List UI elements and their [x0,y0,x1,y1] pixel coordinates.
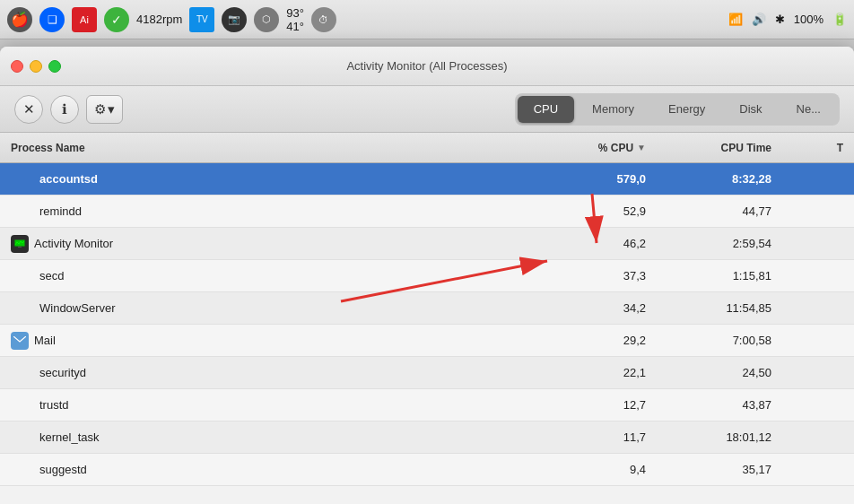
cpu-percent-cell: 37,3 [531,269,657,282]
teamviewer-icon[interactable]: TV [189,7,214,32]
inspect-process-button[interactable]: ℹ [50,95,79,124]
cpu-time-cell: 18:01,12 [657,430,782,444]
tab-cpu[interactable]: CPU [518,96,574,123]
process-name-cell: trustd [0,398,531,412]
temp-display: 93°41° [286,6,304,33]
process-app-icon [11,332,29,350]
table-row[interactable]: WindowServer 34,2 11:54,85 [0,292,854,325]
apple-menu-icon[interactable]: 🍎 [7,7,32,32]
wifi-icon[interactable]: 📶 [728,13,743,26]
view-tab-group: CPU Memory Energy Disk Ne... [515,93,840,126]
col-process-name[interactable]: Process Name [0,142,531,154]
tab-network[interactable]: Ne... [780,96,837,123]
process-name-cell: accountsd [0,172,531,186]
creative-cloud-icon[interactable]: Ai [72,7,97,32]
table-row[interactable]: securityd 22,1 24,50 [0,357,854,389]
process-name-cell: WindowServer [0,301,531,315]
table-row[interactable]: Activity Monitor 46,2 2:59,54 [0,228,854,260]
cpu-percent-cell: 9,4 [531,463,657,476]
sort-arrow-icon: ▼ [637,143,646,152]
volume-icon[interactable]: 🔊 [752,13,766,26]
table-row[interactable]: trustd 12,7 43,87 [0,389,854,421]
cpu-time-cell: 44,77 [657,204,782,218]
process-name-cell: securityd [0,366,531,379]
svg-rect-2 [18,247,22,248]
action-menu-button[interactable]: ⚙ ▾ [86,95,123,124]
cpu-percent-cell: 579,0 [531,172,657,186]
table-row[interactable]: secd 37,3 1:15,81 [0,260,854,292]
process-table[interactable]: Process Name % CPU ▼ CPU Time T accounts… [0,133,854,504]
traffic-lights [11,60,61,73]
process-name-cell: Activity Monitor [0,235,531,253]
cpu-time-cell: 43,87 [657,398,782,412]
chip-icon[interactable]: ⬡ [254,7,279,32]
cpu-time-cell: 11:54,85 [657,301,782,315]
dropbox-icon[interactable]: ❑ [39,7,65,32]
battery-icon: 🔋 [832,13,847,26]
tab-energy[interactable]: Energy [652,96,721,123]
maximize-button[interactable] [48,60,61,73]
cpu-percent-cell: 12,7 [531,398,657,412]
quit-process-button[interactable]: ✕ [14,95,43,124]
table-row[interactable]: accountsd 579,0 8:32,28 [0,163,854,196]
camera-icon[interactable]: 📷 [222,7,247,32]
table-row[interactable]: kernel_task 11,7 18:01,12 [0,421,854,454]
titlebar: Activity Monitor (All Processes) [0,47,854,86]
table-row[interactable]: suggestd 9,4 35,17 [0,454,854,486]
process-name-cell: Mail [0,332,531,350]
menubar: 🍎 ❑ Ai ✓ 4182rpm TV 📷 ⬡ 93°41° ⏱ 📶 🔊 ✱ 1… [0,0,854,39]
cpu-time-cell: 8:32,28 [657,172,782,186]
cpu-time-cell: 7:00,58 [657,334,782,347]
cpu-percent-cell: 34,2 [531,301,657,315]
col-cpu-time[interactable]: CPU Time [657,142,782,154]
col-threads[interactable]: T [782,142,854,154]
cpu-time-cell: 2:59,54 [657,237,782,250]
rpm-display: 4182rpm [136,13,182,26]
cpu-percent-cell: 22,1 [531,366,657,379]
window-title: Activity Monitor (All Processes) [346,59,507,73]
close-button[interactable] [11,60,23,73]
cpu-percent-cell: 29,2 [531,334,657,347]
bluetooth-icon[interactable]: ✱ [775,13,785,26]
cpu-percent-cell: 52,9 [531,204,657,218]
tab-disk[interactable]: Disk [723,96,778,123]
cpu-time-cell: 24,50 [657,366,782,379]
cpu-time-cell: 1:15,81 [657,269,782,282]
process-name-cell: kernel_task [0,430,531,444]
toolbar: ✕ ℹ ⚙ ▾ CPU Memory Energy Disk Ne... [0,86,854,133]
time-machine-icon[interactable]: ⏱ [311,7,336,32]
process-name-cell: suggestd [0,463,531,476]
process-name-cell: secd [0,269,531,282]
checkmark-icon[interactable]: ✓ [104,7,129,32]
table-row[interactable]: Mail 29,2 7:00,58 [0,325,854,357]
col-cpu-percent[interactable]: % CPU ▼ [531,142,657,154]
process-app-icon [11,235,29,253]
activity-monitor-window: Activity Monitor (All Processes) ✕ ℹ ⚙ ▾… [0,47,854,504]
minimize-button[interactable] [30,60,42,73]
cpu-percent-cell: 11,7 [531,430,657,444]
process-name-cell: remindd [0,204,531,218]
cpu-time-cell: 35,17 [657,463,782,476]
tab-memory[interactable]: Memory [576,96,650,123]
battery-percent: 100% [794,13,824,26]
table-row[interactable]: remindd 52,9 44,77 [0,196,854,228]
cpu-percent-cell: 46,2 [531,237,657,250]
table-header: Process Name % CPU ▼ CPU Time T [0,133,854,163]
